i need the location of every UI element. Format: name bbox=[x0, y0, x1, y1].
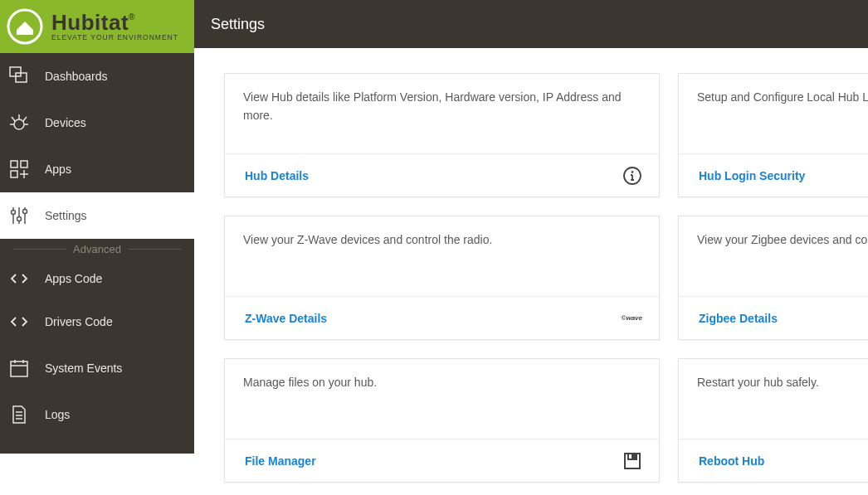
svg-rect-20 bbox=[11, 362, 27, 376]
sidebar-item-label: Devices bbox=[45, 116, 86, 129]
document-icon bbox=[8, 404, 30, 425]
svg-rect-10 bbox=[21, 161, 27, 167]
sidebar-item-settings[interactable]: Settings bbox=[0, 192, 194, 239]
calendar-icon bbox=[8, 357, 30, 379]
sidebar-item-label: Apps bbox=[45, 163, 71, 176]
svg-line-5 bbox=[12, 117, 15, 121]
sidebar-item-label: Logs bbox=[45, 408, 70, 421]
sidebar-item-label: System Events bbox=[45, 362, 122, 375]
card-desc: View your Z-Wave devices and control the… bbox=[225, 216, 659, 296]
settings-icon bbox=[8, 205, 30, 226]
code-icon bbox=[8, 268, 30, 289]
cards-grid: View Hub details like Platform Version, … bbox=[224, 73, 868, 483]
card-file-manager: Manage files on your hub. File Manager bbox=[224, 358, 660, 483]
zwave-icon: ©wave bbox=[616, 308, 642, 328]
header: Settings bbox=[194, 0, 868, 48]
logo-text: Hubitat® ELEVATE YOUR ENVIRONMENT bbox=[51, 12, 178, 41]
logo-mark-icon bbox=[7, 8, 43, 45]
sidebar-item-logs[interactable]: Logs bbox=[0, 391, 194, 438]
card-link-label: File Manager bbox=[245, 454, 316, 468]
card-hub-details: View Hub details like Platform Version, … bbox=[224, 73, 660, 197]
card-link-hub-login-security[interactable]: Hub Login Security bbox=[679, 153, 868, 197]
card-link-reboot-hub[interactable]: Reboot Hub bbox=[679, 439, 868, 482]
info-icon bbox=[622, 166, 642, 186]
card-hub-login-security: Setup and Configure Local Hub Lo Hub Log… bbox=[678, 73, 868, 197]
svg-point-19 bbox=[23, 210, 27, 214]
page-title: Settings bbox=[211, 16, 265, 33]
card-link-label: Hub Login Security bbox=[699, 169, 805, 182]
card-link-label: Z-Wave Details bbox=[245, 312, 327, 325]
svg-point-18 bbox=[17, 217, 22, 221]
card-link-zwave-details[interactable]: Z-Wave Details ©wave bbox=[225, 296, 659, 339]
sidebar-item-label: Settings bbox=[45, 209, 87, 222]
devices-icon bbox=[8, 112, 30, 133]
sidebar-item-system-events[interactable]: System Events bbox=[0, 345, 194, 391]
card-zwave-details: View your Z-Wave devices and control the… bbox=[224, 216, 660, 340]
card-desc: View your Zigbee devices and con bbox=[679, 216, 868, 296]
code-icon bbox=[8, 311, 30, 332]
card-link-hub-details[interactable]: Hub Details bbox=[225, 153, 659, 197]
sidebar-item-label: Drivers Code bbox=[45, 315, 113, 328]
card-link-label: Reboot Hub bbox=[699, 454, 764, 468]
svg-rect-40 bbox=[632, 454, 635, 459]
svg-line-6 bbox=[23, 117, 27, 121]
svg-point-34 bbox=[632, 172, 633, 172]
sidebar-item-devices[interactable]: Devices bbox=[0, 99, 194, 146]
dashboards-icon bbox=[8, 66, 30, 87]
card-desc: View Hub details like Platform Version, … bbox=[225, 74, 659, 153]
sidebar-item-label: Apps Code bbox=[45, 272, 102, 285]
card-link-label: Zigbee Details bbox=[699, 312, 778, 325]
svg-point-3 bbox=[14, 119, 24, 129]
svg-rect-11 bbox=[11, 171, 17, 177]
sidebar-item-apps[interactable]: Apps bbox=[0, 146, 194, 192]
sidebar-item-label: Dashboards bbox=[45, 70, 108, 83]
advanced-divider: Advanced bbox=[0, 239, 194, 259]
card-desc: Manage files on your hub. bbox=[225, 359, 659, 439]
card-link-file-manager[interactable]: File Manager bbox=[225, 439, 659, 482]
apps-icon bbox=[8, 158, 30, 180]
svg-point-17 bbox=[12, 211, 16, 215]
card-zigbee-details: View your Zigbee devices and con Zigbee … bbox=[678, 216, 868, 340]
svg-rect-9 bbox=[11, 161, 17, 167]
card-desc: Setup and Configure Local Hub Lo bbox=[679, 74, 868, 153]
save-icon bbox=[622, 451, 642, 471]
sidebar-item-dashboards[interactable]: Dashboards bbox=[0, 53, 194, 99]
card-desc: Restart your hub safely. bbox=[679, 359, 868, 439]
card-link-label: Hub Details bbox=[245, 169, 309, 182]
logo[interactable]: Hubitat® ELEVATE YOUR ENVIRONMENT bbox=[0, 0, 194, 53]
content: View Hub details like Platform Version, … bbox=[194, 48, 868, 495]
card-reboot-hub: Restart your hub safely. Reboot Hub bbox=[678, 358, 868, 483]
card-link-zigbee-details[interactable]: Zigbee Details bbox=[679, 296, 868, 339]
sidebar: Hubitat® ELEVATE YOUR ENVIRONMENT Dashbo… bbox=[0, 0, 194, 454]
sidebar-item-apps-code[interactable]: Apps Code bbox=[0, 259, 194, 298]
sidebar-item-drivers-code[interactable]: Drivers Code bbox=[0, 298, 194, 345]
